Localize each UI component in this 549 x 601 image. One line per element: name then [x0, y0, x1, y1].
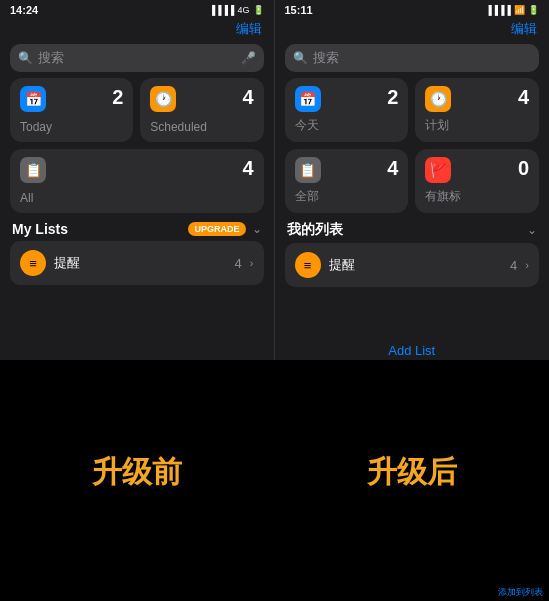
right-my-lists-header: 我的列表 ⌄ [275, 219, 550, 243]
tile-youqibiao[interactable]: 🚩 0 有旗标 [415, 149, 539, 213]
right-wifi-icon: 📶 [514, 5, 525, 15]
all-count: 4 [242, 157, 253, 180]
right-arrow-icon: › [250, 257, 254, 269]
left-section-actions: UPGRADE ⌄ [188, 222, 261, 236]
reminders-icon: ≡ [20, 250, 46, 276]
tile-today[interactable]: 📅 2 Today [10, 78, 133, 142]
right-signal-icon: ▐▐▐▐ [485, 5, 511, 15]
jihua-icon: 🕐 [425, 86, 451, 112]
all-icon: 📋 [20, 157, 46, 183]
tile-jihua[interactable]: 🕐 4 计划 [415, 78, 539, 142]
signal-icon: ▐▐▐▐ [209, 5, 235, 15]
search-icon: 🔍 [18, 51, 33, 65]
left-search-placeholder: 搜索 [38, 49, 236, 67]
battery-icon: 🔋 [253, 5, 264, 15]
left-search-bar[interactable]: 🔍 搜索 🎤 [10, 44, 264, 72]
left-tiles-grid: 📅 2 Today 🕐 4 Scheduled 📋 4 All [0, 78, 274, 219]
jintian-icon: 📅 [295, 86, 321, 112]
today-label: Today [20, 120, 123, 134]
tile-all[interactable]: 📋 4 All [10, 149, 264, 213]
scheduled-icon: 🕐 [150, 86, 176, 112]
tile-jintian[interactable]: 📅 2 今天 [285, 78, 409, 142]
jintian-label: 今天 [295, 117, 399, 134]
youqibiao-label: 有旗标 [425, 188, 529, 205]
quanbu-label: 全部 [295, 188, 399, 205]
left-my-lists-header: My Lists UPGRADE ⌄ [0, 219, 274, 241]
network-label: 4G [237, 5, 249, 15]
right-arrow-icon-2: › [525, 259, 529, 271]
left-status-bar: 14:24 ▐▐▐▐ 4G 🔋 [0, 0, 274, 18]
chevron-down-icon: ⌄ [252, 222, 262, 236]
left-reminders-label: 提醒 [54, 254, 227, 272]
right-status-icons: ▐▐▐▐ 📶 🔋 [485, 5, 539, 15]
right-phone: 15:11 ▐▐▐▐ 📶 🔋 编辑 🔍 搜索 📅 2 今天 🕐 [275, 0, 550, 360]
scheduled-count: 4 [242, 86, 253, 109]
right-my-lists-title: 我的列表 [287, 221, 343, 239]
youqibiao-count: 0 [518, 157, 529, 180]
right-header: 编辑 [275, 18, 550, 42]
after-label: 升级后 [275, 452, 550, 493]
right-list-item-reminders[interactable]: ≡ 提醒 4 › [285, 243, 540, 287]
quanbu-count: 4 [387, 157, 398, 180]
right-search-icon: 🔍 [293, 51, 308, 65]
right-edit-button[interactable]: 编辑 [511, 20, 537, 38]
right-tiles-grid: 📅 2 今天 🕐 4 计划 📋 4 全部 🚩 0 有旗标 [275, 78, 550, 219]
all-label: All [20, 191, 254, 205]
mic-icon: 🎤 [241, 51, 256, 65]
jintian-count: 2 [387, 86, 398, 109]
today-count: 2 [112, 86, 123, 109]
left-reminders-count: 4 [235, 256, 242, 271]
tile-quanbu[interactable]: 📋 4 全部 [285, 149, 409, 213]
right-status-bar: 15:11 ▐▐▐▐ 📶 🔋 [275, 0, 550, 18]
jihua-count: 4 [518, 86, 529, 109]
right-status-time: 15:11 [285, 4, 313, 16]
watermark-text: 添加到列表 [498, 586, 543, 599]
comparison-section: 升级前 升级后 [0, 360, 549, 584]
watermark-row: 添加到列表 [0, 584, 549, 601]
right-reminders-label: 提醒 [329, 256, 503, 274]
scheduled-label: Scheduled [150, 120, 253, 134]
before-label: 升级前 [0, 452, 275, 493]
right-battery-icon: 🔋 [528, 5, 539, 15]
youqibiao-icon: 🚩 [425, 157, 451, 183]
left-header: 编辑 [0, 18, 274, 42]
right-chevron-down-icon: ⌄ [527, 223, 537, 237]
left-status-icons: ▐▐▐▐ 4G 🔋 [209, 5, 264, 15]
right-search-placeholder: 搜索 [313, 49, 532, 67]
right-reminders-count: 4 [510, 258, 517, 273]
left-edit-button[interactable]: 编辑 [236, 20, 262, 38]
add-list-button[interactable]: Add List [275, 339, 550, 360]
jihua-label: 计划 [425, 117, 529, 134]
today-icon: 📅 [20, 86, 46, 112]
right-reminders-icon: ≡ [295, 252, 321, 278]
left-list-item-reminders[interactable]: ≡ 提醒 4 › [10, 241, 264, 285]
quanbu-icon: 📋 [295, 157, 321, 183]
left-phone: 14:24 ▐▐▐▐ 4G 🔋 编辑 🔍 搜索 🎤 📅 2 Today [0, 0, 275, 360]
right-search-bar[interactable]: 🔍 搜索 [285, 44, 540, 72]
upgrade-badge[interactable]: UPGRADE [188, 222, 245, 236]
tile-scheduled[interactable]: 🕐 4 Scheduled [140, 78, 263, 142]
left-status-time: 14:24 [10, 4, 38, 16]
left-my-lists-title: My Lists [12, 221, 68, 237]
